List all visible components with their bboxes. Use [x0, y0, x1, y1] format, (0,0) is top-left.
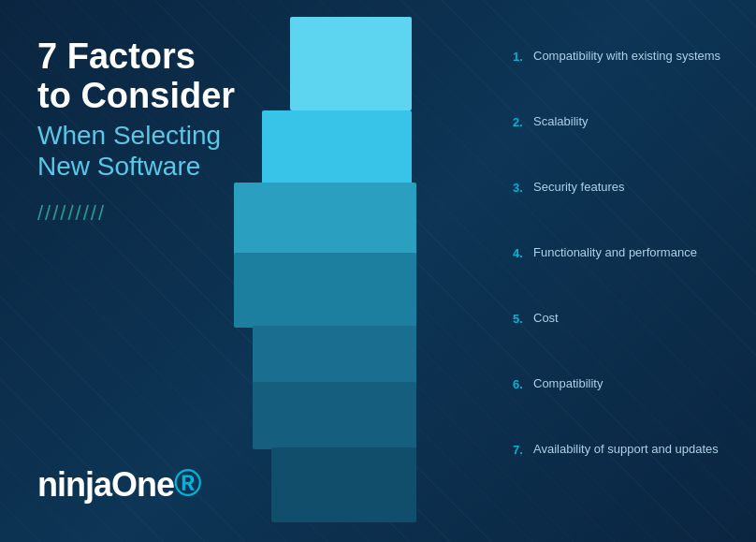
factor-text-5: Cost [533, 310, 737, 327]
factor-text-6: Compatibility [533, 375, 737, 392]
factor-item-2: 2. Scalability [513, 108, 737, 173]
factor-text-2: Scalability [533, 113, 737, 130]
factor-text-4: Functionality and performance [533, 244, 737, 261]
factor-number-6: 6. [513, 375, 533, 391]
factor-text-7: Availability of support and updates [533, 441, 737, 458]
factor-number-1: 1. [513, 48, 533, 64]
factor-item-3: 3. Security features [513, 173, 737, 239]
factor-number-7: 7. [513, 441, 533, 457]
title-bold-line1: 7 Factors to Consider [37, 37, 271, 116]
logo-text: ninjaOne® [37, 464, 201, 505]
factor-number-4: 4. [513, 244, 533, 260]
factor-text-1: Compatibility with existing systems [533, 48, 737, 65]
factor-item-4: 4. Functionality and performance [513, 239, 737, 304]
main-container: 7 Factors to Consider When Selecting New… [0, 0, 756, 542]
factor-number-5: 5. [513, 310, 533, 326]
factor-item-5: 5. Cost [513, 304, 737, 370]
factor-list: 1. Compatibility with existing systems 2… [513, 42, 737, 501]
slash-decoration: ///////// [37, 201, 271, 226]
factor-item-6: 6. Compatibility [513, 370, 737, 435]
factor-item-7: 7. Availability of support and updates [513, 435, 737, 501]
factor-number-3: 3. [513, 179, 533, 195]
right-panel: 1. Compatibility with existing systems 2… [503, 0, 756, 542]
factor-text-3: Security features [533, 179, 737, 196]
bar-1 [290, 17, 412, 110]
factor-number-2: 2. [513, 113, 533, 129]
title-subtitle: When Selecting New Software [37, 120, 271, 183]
factor-item-1: 1. Compatibility with existing systems [513, 42, 737, 108]
left-panel: 7 Factors to Consider When Selecting New… [0, 0, 299, 542]
title-section: 7 Factors to Consider When Selecting New… [37, 37, 271, 226]
logo-registered: ® [174, 462, 200, 504]
logo: ninjaOne® [37, 464, 271, 505]
